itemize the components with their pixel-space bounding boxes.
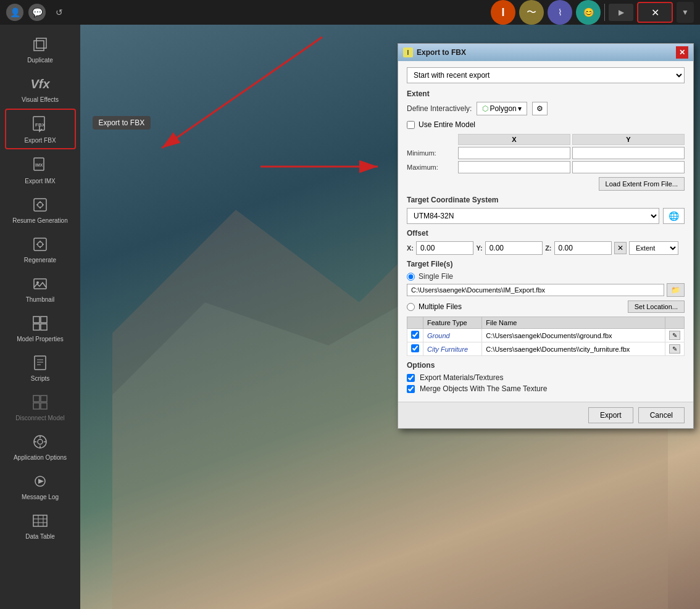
regenerate-label: Regenerate bbox=[24, 257, 56, 264]
svg-rect-15 bbox=[41, 324, 47, 330]
globe-button[interactable]: 🌐 bbox=[663, 208, 685, 224]
offset-z-input[interactable] bbox=[554, 241, 612, 255]
file-path-input[interactable] bbox=[407, 284, 664, 296]
svg-rect-16 bbox=[35, 356, 46, 370]
dialog-title-icon: I bbox=[403, 48, 413, 57]
export-button[interactable]: Export bbox=[588, 407, 633, 423]
play-icon-btn[interactable]: ▶ bbox=[609, 4, 633, 21]
offset-row: X: Y: Z: ✕ Extent bbox=[407, 241, 685, 255]
export-materials-checkbox[interactable] bbox=[407, 374, 415, 382]
svg-rect-1 bbox=[36, 38, 46, 48]
svg-rect-13 bbox=[41, 317, 47, 323]
extent-grid: X Y Minimum: Maximum: bbox=[407, 134, 685, 173]
merge-objects-checkbox[interactable] bbox=[407, 385, 415, 393]
extent-section-label: Extent bbox=[407, 89, 685, 98]
svg-rect-22 bbox=[33, 403, 40, 409]
set-location-button[interactable]: Set Location... bbox=[628, 300, 685, 313]
message-log-icon bbox=[29, 470, 51, 492]
model-properties-icon bbox=[29, 312, 51, 334]
multiple-files-radio[interactable] bbox=[407, 303, 415, 311]
sidebar-item-export-fbx[interactable]: FBX Export FBX Export to FBX bbox=[5, 109, 76, 149]
svg-rect-20 bbox=[33, 396, 40, 402]
ground-checkbox[interactable] bbox=[411, 331, 419, 339]
merge-objects-row: Merge Objects With The Same Texture bbox=[407, 384, 685, 393]
dropdown-btn[interactable]: ▼ bbox=[677, 2, 694, 23]
col-action bbox=[665, 317, 685, 329]
x-header: X bbox=[458, 134, 570, 145]
sidebar-item-visual-effects[interactable]: Vfx Visual Effects bbox=[5, 69, 76, 107]
ground-edit-btn[interactable]: ✎ bbox=[669, 331, 680, 340]
app-icon-1[interactable]: I bbox=[491, 0, 515, 25]
app-icon-3[interactable]: ⌇ bbox=[548, 0, 572, 25]
export-imx-icon: IMX bbox=[29, 154, 51, 176]
col-feature-type: Feature Type bbox=[423, 317, 482, 329]
regenerate-icon bbox=[29, 233, 51, 255]
polygon-settings-btn[interactable]: ⚙ bbox=[532, 102, 548, 115]
city-furniture-edit-btn[interactable]: ✎ bbox=[669, 344, 680, 354]
multiple-files-row: Multiple Files Set Location... bbox=[407, 300, 685, 313]
sidebar-item-application-options[interactable]: Application Options bbox=[5, 427, 76, 465]
cancel-button[interactable]: Cancel bbox=[638, 407, 685, 423]
merge-objects-label: Merge Objects With The Same Texture bbox=[420, 384, 547, 393]
sidebar-item-data-table[interactable]: Data Table bbox=[5, 506, 76, 544]
sidebar-item-export-imx[interactable]: IMX Export IMX bbox=[5, 151, 76, 189]
app-icon-4[interactable]: 😊 bbox=[576, 0, 601, 25]
sidebar-item-model-properties[interactable]: Model Properties bbox=[5, 309, 76, 347]
visual-effects-label: Visual Effects bbox=[22, 96, 59, 104]
preset-dropdown[interactable]: Start with recent export bbox=[407, 67, 685, 83]
sidebar-item-resume-generation[interactable]: Resume Generation bbox=[5, 190, 76, 228]
sidebar-item-regenerate[interactable]: Regenerate bbox=[5, 230, 76, 268]
app-icon-2[interactable]: 〜 bbox=[519, 0, 544, 25]
sidebar-item-message-log[interactable]: Message Log bbox=[5, 466, 76, 505]
browse-folder-button[interactable]: 📁 bbox=[667, 283, 685, 297]
disconnect-model-label: Disconnect Model bbox=[15, 415, 64, 422]
offset-clear-btn[interactable]: ✕ bbox=[614, 242, 627, 254]
visual-effects-icon: Vfx bbox=[29, 73, 51, 95]
load-extent-container: Load Extent From File... bbox=[407, 177, 685, 191]
coord-system-select[interactable]: UTM84-32N bbox=[407, 208, 659, 224]
city-furniture-checkbox[interactable] bbox=[411, 344, 419, 352]
single-file-radio[interactable] bbox=[407, 273, 415, 281]
polygon-icon: ⬡ bbox=[482, 104, 488, 113]
origin-select[interactable]: Extent bbox=[629, 241, 678, 255]
model-properties-label: Model Properties bbox=[17, 336, 64, 343]
minimum-y-input[interactable] bbox=[572, 147, 685, 159]
chat-icon[interactable]: 💬 bbox=[28, 4, 46, 21]
options-section-label: Options bbox=[407, 361, 685, 370]
offset-y-input[interactable] bbox=[485, 241, 543, 255]
svg-rect-28 bbox=[33, 515, 47, 526]
svg-point-7 bbox=[38, 202, 43, 207]
maximum-y-input[interactable] bbox=[572, 161, 685, 173]
dialog-close-button[interactable]: ✕ bbox=[676, 46, 688, 59]
file-path-row: 📁 bbox=[407, 283, 685, 297]
svg-rect-23 bbox=[41, 403, 47, 409]
ground-feature-type: Ground bbox=[423, 329, 482, 342]
svg-rect-6 bbox=[34, 199, 46, 211]
load-extent-button[interactable]: Load Extent From File... bbox=[599, 177, 685, 191]
maximum-x-input[interactable] bbox=[458, 161, 570, 173]
offset-x-input[interactable] bbox=[416, 241, 473, 255]
polygon-dropdown-arrow[interactable]: ▾ bbox=[518, 104, 522, 113]
user-icon[interactable]: 👤 bbox=[6, 4, 23, 21]
use-entire-model-checkbox[interactable] bbox=[407, 121, 415, 129]
multiple-files-label: Multiple Files bbox=[419, 302, 462, 311]
dialog-title: Export to FBX bbox=[417, 48, 672, 57]
svg-rect-0 bbox=[34, 41, 44, 51]
col-file-name: File Name bbox=[482, 317, 665, 329]
svg-rect-10 bbox=[34, 279, 46, 289]
svg-text:IMX: IMX bbox=[35, 163, 43, 167]
svg-rect-21 bbox=[41, 396, 47, 402]
sidebar-item-scripts[interactable]: Scripts bbox=[5, 348, 76, 386]
polygon-button[interactable]: ⬡ Polygon ▾ bbox=[477, 102, 527, 115]
sidebar-item-thumbnail[interactable]: Thumbnail bbox=[5, 269, 76, 307]
minimum-x-input[interactable] bbox=[458, 147, 570, 159]
tools-btn-highlighted[interactable]: ✕ bbox=[637, 2, 673, 23]
use-entire-model-label: Use Entire Model bbox=[419, 120, 475, 129]
refresh-icon[interactable]: ↺ bbox=[51, 4, 68, 21]
minimum-label: Minimum: bbox=[407, 147, 456, 159]
sidebar-item-disconnect-model[interactable]: Disconnect Model bbox=[5, 387, 76, 426]
sidebar-item-duplicate[interactable]: Duplicate bbox=[5, 30, 76, 68]
coord-system-row: UTM84-32N 🌐 bbox=[407, 208, 685, 224]
offset-y-label: Y: bbox=[476, 244, 482, 252]
single-file-row: Single File bbox=[407, 272, 685, 281]
